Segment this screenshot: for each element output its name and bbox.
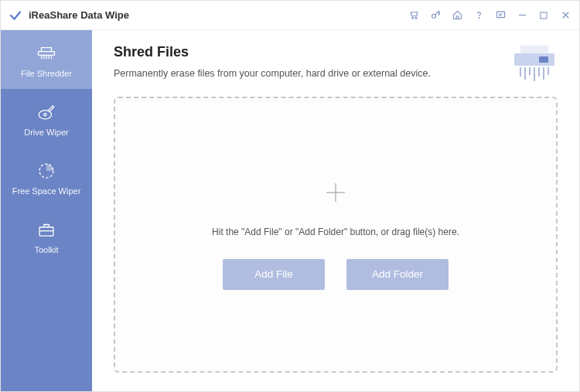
cart-icon[interactable]	[408, 9, 420, 22]
svg-point-3	[479, 18, 479, 19]
sidebar-item-label: Free Space Wiper	[1, 186, 92, 196]
sidebar-item-toolkit[interactable]: Toolkit	[1, 206, 92, 265]
add-folder-button[interactable]: Add Folder	[346, 259, 449, 290]
home-icon[interactable]	[451, 9, 463, 22]
svg-point-11	[44, 114, 46, 116]
sidebar-item-label: Toolkit	[1, 245, 92, 254]
freespace-icon	[36, 160, 57, 182]
sidebar-item-file-shredder[interactable]: File Shredder	[1, 30, 92, 89]
svg-rect-6	[541, 12, 547, 18]
sidebar-item-drive-wiper[interactable]: Drive Wiper	[1, 89, 92, 148]
key-icon[interactable]	[429, 9, 442, 22]
page-title: Shred Files	[114, 44, 502, 60]
main-panel: Shred Files Permanently erase files from…	[92, 30, 579, 391]
sidebar: File Shredder Drive Wiper Free Space Wip…	[1, 30, 92, 391]
svg-point-1	[415, 17, 417, 19]
svg-rect-15	[514, 53, 554, 66]
shredder-illustration-icon	[511, 44, 558, 83]
svg-rect-16	[539, 56, 548, 63]
help-icon[interactable]	[473, 9, 485, 22]
shredder-icon	[36, 43, 57, 64]
toolkit-icon	[36, 219, 57, 240]
svg-rect-13	[39, 227, 53, 236]
svg-rect-4	[496, 12, 504, 18]
maximize-icon[interactable]	[537, 9, 550, 22]
page-subtitle: Permanently erase files from your comput…	[114, 68, 502, 79]
titlebar: iReaShare Data Wipe	[1, 1, 579, 30]
sidebar-item-free-space-wiper[interactable]: Free Space Wiper	[1, 148, 92, 206]
drop-hint: Hit the "Add File" or "Add Folder" butto…	[212, 227, 459, 237]
feedback-icon[interactable]	[494, 9, 507, 22]
svg-point-0	[411, 17, 413, 19]
svg-rect-17	[520, 46, 548, 53]
drive-icon	[36, 101, 57, 123]
close-icon[interactable]	[559, 9, 571, 22]
sidebar-item-label: File Shredder	[1, 69, 92, 78]
plus-icon	[323, 180, 348, 205]
minimize-icon[interactable]	[516, 9, 528, 22]
svg-point-2	[432, 14, 435, 18]
sidebar-item-label: Drive Wiper	[1, 128, 92, 137]
app-logo-icon	[9, 9, 22, 22]
add-file-button[interactable]: Add File	[223, 259, 325, 290]
file-dropzone[interactable]: Hit the "Add File" or "Add Folder" butto…	[114, 97, 558, 373]
svg-rect-9	[38, 52, 54, 56]
app-title: iReaShare Data Wipe	[29, 9, 129, 21]
